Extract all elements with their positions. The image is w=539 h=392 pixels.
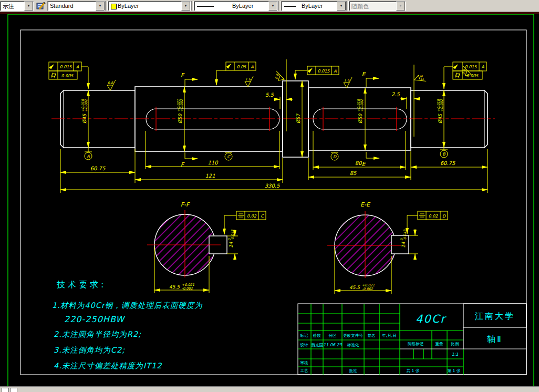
tb-col-zone: 分区 (329, 333, 337, 338)
linetype-dropdown-arrow[interactable]: ▼ (268, 2, 277, 11)
toolbar: 示注 ▼ Standard ▼ ByLayer ▼ ByLayer ▼ ByLa… (0, 0, 539, 12)
linetype-value: ByLayer (232, 3, 253, 9)
gdt-datum: A (76, 65, 79, 69)
lineweight-value: ByLayer (302, 3, 323, 9)
gdt-value: 0.015 (60, 65, 72, 69)
gdt-value: 0.015 (318, 69, 330, 74)
gdt-datum: D (442, 214, 446, 219)
dim-110: 110 (208, 160, 219, 166)
tb-part-name: 轴Ⅱ (487, 334, 503, 344)
tb-designer: 魏光国 (312, 343, 324, 347)
section-title: F-F (181, 201, 190, 208)
gdt-value: 0.005 (61, 74, 74, 78)
dim-5-5: 5.5 (265, 92, 274, 98)
gdt-value: 0.02 (429, 214, 439, 219)
tb-row-std: 标准化 (347, 343, 359, 347)
color-swatch (111, 4, 117, 9)
dim-diameter-d1: Ø45 +0.018 +0.002 (81, 99, 89, 123)
tb-col-count: 处数 (313, 333, 322, 338)
dim-name-combo[interactable]: 示注 ▼ (0, 1, 34, 11)
dim-121: 121 (205, 173, 215, 179)
datum-letter: B (442, 152, 445, 157)
dim-tol-sub: +0.002 (84, 99, 88, 112)
dim-tol-sub: +0.002 (180, 99, 184, 112)
tech-line: 1.材料为40Cr钢，调质处理后表面硬度为 (52, 301, 203, 310)
tb-col-date: 年,月,日 (381, 333, 396, 338)
gdt-datum: A (251, 65, 254, 69)
plot-style-value: 随颜色 (351, 3, 369, 11)
gdt-value: 0.05 (237, 65, 247, 69)
linetype-combo[interactable]: ByLayer ▼ (194, 1, 278, 11)
dim-330-5: 330.5 (265, 183, 280, 189)
dim-text: Ø50 (358, 113, 363, 123)
dim-85: 85 (350, 170, 357, 176)
dim-tol-sub: +0.002 (440, 99, 444, 112)
tb-scale-value: 1:1 (452, 352, 459, 357)
layout-tab-icon[interactable] (10, 388, 17, 392)
dim-14: 14 (229, 242, 234, 248)
dim-diameter-d3: Ø57 (296, 113, 301, 123)
dim-tol-sub: -0.043 (403, 229, 407, 241)
tb-material: 40Cr (416, 313, 447, 325)
tb-scale-label: 比例 (451, 342, 459, 346)
color-value: ByLayer (118, 3, 139, 9)
dim-name-value: 示注 (3, 3, 14, 11)
dim-14: 14 (401, 242, 406, 248)
tb-row-process: 工艺 (300, 368, 309, 373)
tb-stage: 阶段标记 (408, 342, 424, 346)
tb-organization: 江南大学 (475, 311, 515, 321)
text-style-value: Standard (50, 3, 74, 9)
lineweight-combo[interactable]: ByLayer ▼ (281, 1, 346, 11)
tb-row-check: 审核 (300, 360, 309, 365)
gdt-value: 0.015 (465, 65, 478, 69)
text-style-dropdown-arrow[interactable]: ▼ (96, 2, 105, 11)
datum-letter: A (87, 154, 90, 159)
dim-text: Ø45 (438, 113, 443, 123)
dim-name-dropdown-arrow[interactable]: ▼ (24, 2, 33, 11)
tb-design-date: 11.06.29 (323, 343, 343, 347)
lineweight-dropdown-arrow[interactable]: ▼ (337, 2, 346, 11)
plot-style-dropdown-arrow: ▼ (396, 2, 405, 11)
tb-col-doc: 更改文件号 (343, 333, 363, 338)
tb-col-mark: 标记 (300, 333, 309, 338)
dim-60-75-right: 60.75 (440, 160, 455, 166)
dim-diameter-d4: Ø50 +0.018 +0.002 (357, 99, 365, 123)
datum-letter: D (333, 154, 337, 159)
color-dropdown-arrow[interactable]: ▼ (181, 2, 190, 11)
dim-text: Ø57 (296, 113, 301, 123)
gdt-datum: A (334, 69, 337, 74)
dim-tol-sub: -0.043 (231, 229, 235, 241)
tb-row-design: 设计 (300, 343, 309, 347)
tb-row-approve: 批准 (349, 368, 358, 373)
model-tab-icon[interactable] (2, 388, 9, 392)
dim-text: Ø45 (82, 113, 87, 123)
linetype-glyph (197, 6, 214, 7)
tb-weight: 重量 (436, 342, 444, 346)
text-style-combo[interactable]: Standard ▼ (47, 1, 105, 11)
status-strip (0, 386, 539, 392)
dim-tol-sub: -0.002 (182, 286, 193, 291)
dim-2-5: 2.5 (391, 91, 400, 97)
tech-line: 220-250HBW (64, 314, 126, 324)
roughness-value: 0.8 (108, 81, 113, 85)
drawing-canvas[interactable]: Ø45 +0.018 +0.002 Ø50 +0.021 +0.002 Ø57 … (0, 0, 539, 392)
dim-diameter-d2: Ø50 +0.021 +0.002 (177, 99, 184, 123)
dim-60-75-left: 60.75 (90, 166, 106, 171)
dim-45-5: 45.5 (169, 284, 180, 290)
tech-line: 2.未注圆角半径均为R2; (54, 330, 141, 338)
gdt-value: 0.02 (247, 214, 257, 219)
lineweight-glyph (284, 6, 296, 7)
dim-style-icon[interactable] (36, 1, 47, 12)
gdt-value: 0.005 (467, 74, 479, 78)
tb-col-sign: 签名 (368, 333, 376, 338)
dim-tol-sub: -0.002 (362, 287, 374, 291)
dim-diameter-d5: Ø45 +0.018 +0.002 (437, 99, 444, 123)
tb-sheet-total: 共 1 张 (407, 368, 420, 373)
tb-sheet-no: 第 1 张 (448, 368, 461, 373)
dim-text: Ø50 (178, 113, 183, 123)
color-combo[interactable]: ByLayer ▼ (108, 1, 191, 11)
dim-45-5: 45.5 (349, 285, 360, 290)
tech-line: 3.未注倒角均为C2; (54, 346, 125, 354)
tech-line: 4.未注尺寸偏差处精度为IT12 (54, 362, 162, 370)
plot-style-combo: 随颜色 ▼ (349, 1, 406, 11)
